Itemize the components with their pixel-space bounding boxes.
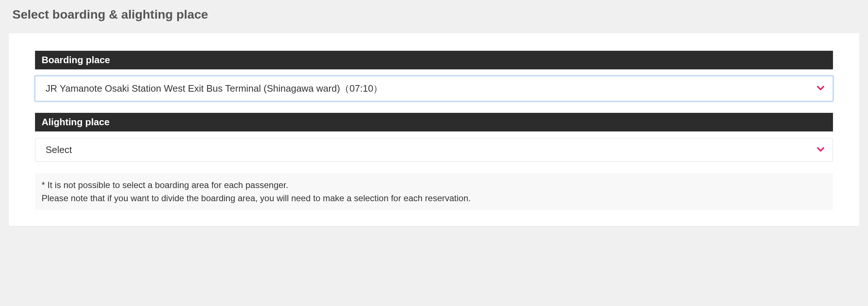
alighting-place-select[interactable]: Select	[35, 138, 833, 162]
boarding-select-wrapper: JR Yamanote Osaki Station West Exit Bus …	[35, 76, 833, 101]
note-line-1: * It is not possible to select a boardin…	[42, 179, 826, 192]
note-box: * It is not possible to select a boardin…	[35, 173, 833, 210]
page-title: Select boarding & alighting place	[12, 7, 859, 22]
boarding-section-header: Boarding place	[35, 51, 833, 69]
alighting-section-header: Alighting place	[35, 113, 833, 131]
selection-card: Boarding place JR Yamanote Osaki Station…	[9, 33, 859, 226]
alighting-select-wrapper: Select	[35, 138, 833, 162]
note-line-2: Please note that if you want to divide t…	[42, 192, 826, 205]
boarding-place-select[interactable]: JR Yamanote Osaki Station West Exit Bus …	[35, 76, 833, 101]
